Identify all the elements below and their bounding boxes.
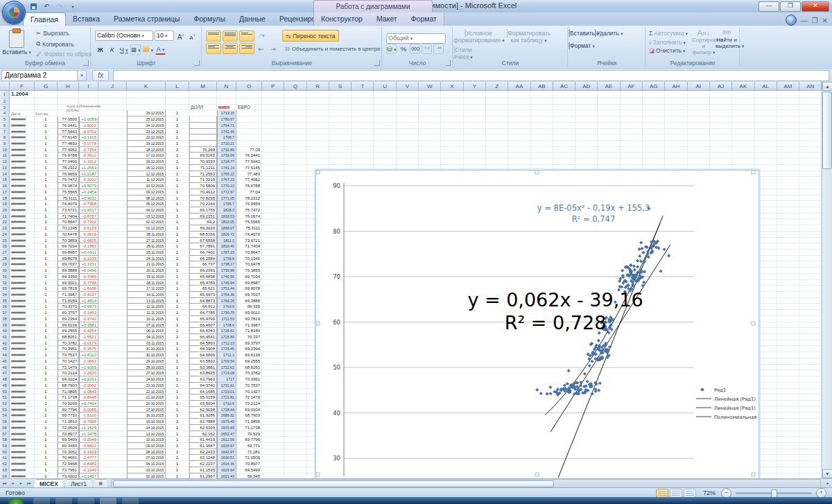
cell-M34[interactable]: 65,5973: [189, 292, 217, 298]
cell-L34[interactable]: 1: [166, 292, 189, 298]
cell-N54[interactable]: 1689.32: [217, 412, 236, 419]
cell-G42[interactable]: 1: [35, 340, 58, 347]
cell-F5[interactable]: ########: [10, 116, 35, 123]
cell-N36[interactable]: 1763.6: [217, 304, 236, 310]
cell-N28[interactable]: 1739.8: [217, 256, 236, 262]
cell-M31[interactable]: 65,6838: [189, 274, 217, 280]
cell-F61[interactable]: ########: [10, 455, 35, 461]
cell-G57[interactable]: 1: [35, 431, 58, 437]
cell-H53[interactable]: 69.7796: [58, 407, 79, 413]
comma-style-button[interactable]: 000: [410, 44, 420, 54]
cell-I57[interactable]: +1.3478: [79, 431, 98, 437]
cell-N10[interactable]: 1732.89: [217, 147, 236, 153]
row-header-49[interactable]: 49: [0, 383, 10, 389]
cell-I64[interactable]: +1.1437: [79, 473, 98, 478]
cell-N25[interactable]: 1811.2: [217, 238, 236, 244]
cell-N39[interactable]: 1708.6: [217, 322, 236, 329]
cell-G43[interactable]: 1: [35, 346, 58, 352]
cell-N41[interactable]: 1725.89: [217, 334, 236, 340]
row-header-27[interactable]: 27: [0, 250, 10, 256]
row-header-22[interactable]: 22: [0, 219, 10, 225]
cell-H25[interactable]: 70.3859: [58, 238, 79, 244]
row-header-20[interactable]: 20: [0, 207, 10, 214]
empty-cells[interactable]: [262, 141, 822, 147]
cell-J60[interactable]: [98, 449, 127, 455]
cell-F11[interactable]: ########: [10, 153, 35, 159]
cell-K18[interactable]: 08.12.2015: [127, 195, 166, 202]
conditional-formatting-button[interactable]: Условное форматирование: [453, 30, 503, 44]
cell-F34[interactable]: ########: [10, 292, 35, 298]
cell-I36[interactable]: +0.9573: [79, 304, 98, 310]
cell-L23[interactable]: 1: [166, 225, 189, 232]
cell-O54[interactable]: 68,7903: [236, 412, 262, 419]
workbook-minimize-button[interactable]: —: [801, 17, 808, 24]
cell-F62[interactable]: ########: [10, 461, 35, 467]
cell-G39[interactable]: 1: [35, 322, 58, 329]
cell-G7[interactable]: 1: [35, 129, 58, 135]
cell-F42[interactable]: ########: [10, 340, 35, 347]
cell-I16[interactable]: +0.5079: [79, 183, 98, 189]
cell-K24[interactable]: 28.11.2015: [127, 232, 166, 238]
cell-H33[interactable]: 69.7819: [58, 286, 79, 292]
number-dialog-launcher[interactable]: [445, 60, 451, 66]
cell-F40[interactable]: ########: [10, 328, 35, 334]
cell-J5[interactable]: [98, 116, 127, 123]
row-header-64[interactable]: 64: [0, 473, 10, 478]
cell-J2[interactable]: [98, 98, 127, 105]
column-header-AL[interactable]: AL: [755, 82, 777, 91]
cell-J50[interactable]: [98, 389, 127, 395]
cell-M26[interactable]: 67,7891: [189, 243, 217, 250]
cell-G29[interactable]: 1: [35, 261, 58, 268]
cell-F39[interactable]: ########: [10, 322, 35, 329]
cell-H24[interactable]: 70.6478: [58, 232, 79, 238]
cell-G22[interactable]: 1: [35, 219, 58, 225]
cell-F58[interactable]: ########: [10, 437, 35, 443]
row-header-41[interactable]: 41: [0, 334, 10, 340]
cell-F50[interactable]: ########: [10, 389, 35, 395]
legend-label[interactable]: Линейная (Ряд1): [714, 397, 756, 402]
cell-K38[interactable]: 10.11.2015: [127, 316, 166, 322]
selection-handle[interactable]: [316, 322, 320, 325]
cell-G26[interactable]: 1: [35, 243, 58, 250]
cell-O47[interactable]: 70,3782: [236, 370, 262, 376]
cell-K42[interactable]: 03.11.2015: [127, 340, 166, 347]
cell-G63[interactable]: 1: [35, 467, 58, 473]
cell-G61[interactable]: 1: [35, 455, 58, 461]
cell-J8[interactable]: [98, 134, 127, 141]
name-box[interactable]: Диаграмма 2: [1, 70, 78, 81]
cell-F64[interactable]: ########: [10, 473, 35, 478]
row-header-60[interactable]: 60: [0, 449, 10, 455]
row-header-21[interactable]: 21: [0, 214, 10, 220]
cell-M57[interactable]: 62,162: [189, 431, 217, 437]
cell-L50[interactable]: 1: [166, 389, 189, 395]
cell-H63[interactable]: 73.7951: [58, 467, 79, 473]
cell-J24[interactable]: [98, 232, 127, 238]
cell-N38[interactable]: 1711.53: [217, 316, 236, 322]
cell-G30[interactable]: 1: [35, 268, 58, 274]
cell-I5[interactable]: +1.0059: [79, 116, 98, 123]
cell-L4[interactable]: 1: [166, 110, 189, 116]
cell-J13[interactable]: [98, 165, 127, 171]
cell-L36[interactable]: 1: [166, 304, 189, 310]
cell-N34[interactable]: 1754.36: [217, 292, 236, 298]
redo-button[interactable]: ↷: [54, 1, 65, 11]
cell-L33[interactable]: 1: [166, 286, 189, 292]
cell-M61[interactable]: 63,1248: [189, 455, 217, 461]
cell-I60[interactable]: -0.1639: [79, 449, 98, 455]
cell-F28[interactable]: ########: [10, 256, 35, 262]
underline-button[interactable]: Ч: [119, 44, 129, 55]
cell-M51[interactable]: 65,3159: [189, 394, 217, 401]
cell-K13[interactable]: 15.12.2015: [127, 165, 166, 171]
poly-equation-label[interactable]: y = 8E-05x² - 0,19x + 155,3: [537, 203, 650, 213]
cell-I1[interactable]: [79, 91, 98, 98]
cell-F19[interactable]: ########: [10, 201, 35, 207]
cell-J33[interactable]: [98, 286, 127, 292]
cell-F16[interactable]: ########: [10, 183, 35, 189]
cell-L18[interactable]: 1: [166, 195, 189, 202]
cell-I21[interactable]: -0.8757: [79, 214, 98, 220]
cell-I34[interactable]: -0.4197: [79, 292, 98, 298]
cell-O35[interactable]: 69,3888: [236, 298, 262, 304]
cell-N7[interactable]: 1742.46: [217, 129, 236, 135]
cell-K21[interactable]: 03.12.2015: [127, 214, 166, 220]
cell-N5[interactable]: 1780.97: [217, 116, 236, 123]
